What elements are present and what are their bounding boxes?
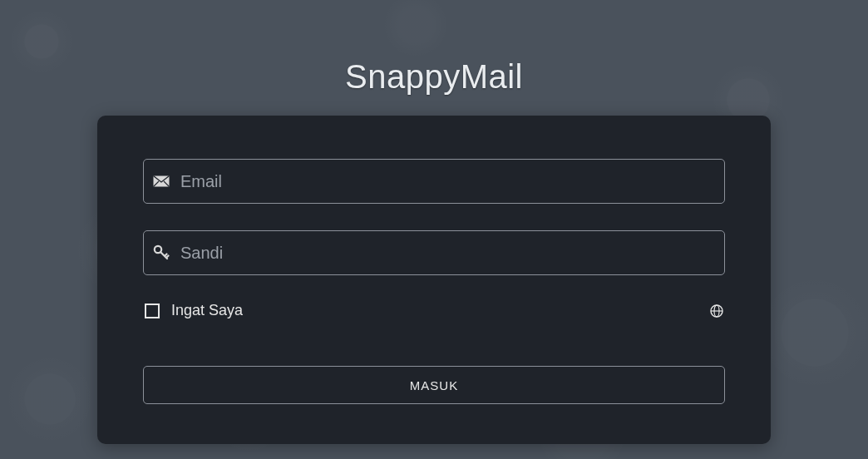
remember-me-label: Ingat Saya	[171, 302, 243, 319]
password-field-wrap	[143, 230, 725, 275]
login-container: SnappyMail	[0, 0, 868, 444]
app-title: SnappyMail	[345, 58, 523, 96]
login-card: Ingat Saya MASUK	[97, 116, 771, 444]
email-field-wrap	[143, 159, 725, 204]
email-input[interactable]	[143, 159, 725, 204]
remember-me-checkbox[interactable]: Ingat Saya	[145, 302, 243, 319]
globe-icon	[710, 304, 723, 318]
options-row: Ingat Saya	[143, 302, 725, 319]
checkbox-box-icon	[145, 304, 160, 318]
envelope-icon	[153, 175, 170, 187]
language-selector[interactable]	[710, 304, 723, 318]
login-button[interactable]: MASUK	[143, 366, 725, 404]
key-icon	[153, 244, 170, 261]
password-input[interactable]	[143, 230, 725, 275]
